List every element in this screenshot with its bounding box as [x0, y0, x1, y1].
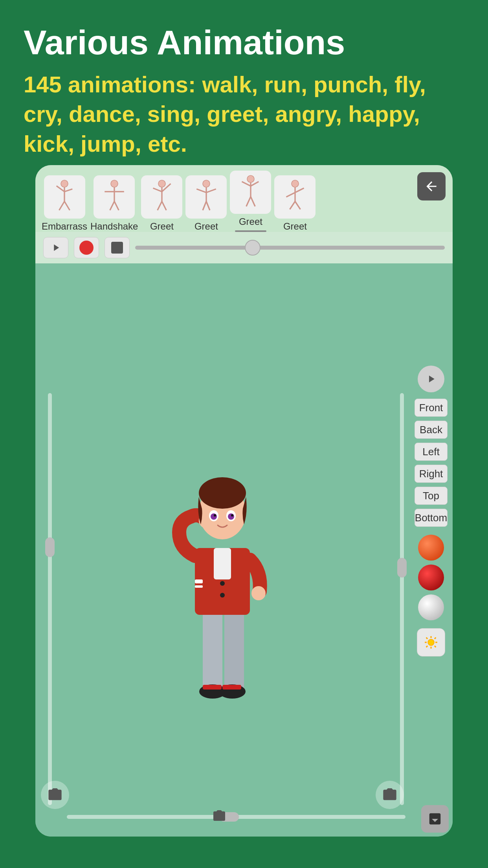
play-button[interactable] [43, 237, 68, 258]
svg-line-11 [114, 201, 119, 210]
light-button[interactable] [417, 628, 445, 657]
svg-line-21 [206, 189, 216, 193]
anim-label-greet2: Greet [194, 221, 218, 232]
left-vertical-slider[interactable] [46, 393, 53, 805]
character-svg [156, 462, 289, 737]
svg-rect-59 [222, 685, 241, 690]
right-slider-thumb[interactable] [397, 558, 407, 577]
svg-point-55 [231, 514, 233, 517]
svg-point-30 [292, 180, 299, 187]
svg-rect-58 [203, 685, 222, 690]
top-view-button[interactable]: Top [415, 487, 448, 505]
anim-label-greet1: Greet [150, 221, 174, 232]
svg-line-68 [426, 646, 427, 647]
svg-line-17 [162, 201, 166, 210]
corner-expand-button[interactable] [421, 805, 449, 833]
anim-thumb-greet4[interactable] [274, 175, 316, 219]
right-slider-track[interactable] [400, 393, 404, 805]
left-slider-thumb[interactable] [45, 537, 55, 557]
bottom-slider-thumb[interactable] [219, 812, 239, 822]
anim-label-greet4: Greet [283, 221, 307, 232]
anim-item-handshake[interactable]: Handshake [90, 175, 138, 232]
anim-thumb-greet1[interactable] [141, 175, 182, 219]
color-ball-orange[interactable] [418, 535, 444, 561]
svg-point-43 [220, 593, 225, 598]
svg-line-33 [295, 188, 304, 193]
anim-thumb-embarrass[interactable] [44, 175, 85, 219]
anim-item-embarrass[interactable]: Embarrass [42, 175, 87, 232]
header-section: Various Animations 145 animations: walk,… [0, 0, 488, 170]
progress-track[interactable] [135, 246, 445, 250]
bottom-slider-track-wrap[interactable] [67, 815, 405, 819]
anim-item-greet3[interactable]: Greet [230, 171, 271, 232]
left-camera-button[interactable] [41, 781, 69, 809]
svg-point-49 [199, 477, 246, 509]
svg-line-23 [206, 201, 210, 210]
left-slider-track[interactable] [48, 393, 52, 805]
svg-point-42 [220, 581, 225, 586]
svg-line-4 [59, 201, 65, 210]
color-ball-red[interactable] [418, 565, 444, 590]
anim-item-greet2[interactable]: Greet [185, 175, 227, 232]
anim-thumb-greet2[interactable] [185, 175, 227, 219]
svg-line-3 [64, 189, 72, 192]
svg-line-35 [295, 201, 301, 209]
svg-rect-37 [224, 607, 244, 693]
page-title: Various Animations [24, 24, 464, 62]
svg-line-67 [435, 638, 436, 639]
svg-line-5 [64, 201, 70, 210]
right-sidebar: Front Back Left Right Top Bottom [409, 362, 453, 660]
svg-line-34 [290, 201, 295, 209]
subtitle-text: 145 animations: walk, run, punch, fly, c… [24, 70, 464, 158]
svg-line-22 [203, 201, 206, 210]
viewport[interactable]: Front Back Left Right Top Bottom [35, 263, 453, 837]
left-view-button[interactable]: Left [415, 443, 448, 461]
anim-selected-indicator [235, 230, 266, 232]
svg-point-0 [61, 180, 68, 187]
svg-line-14 [153, 188, 162, 192]
bottom-slider-area [67, 797, 405, 837]
color-ball-white[interactable] [418, 594, 444, 620]
anim-item-greet1[interactable]: Greet [141, 175, 182, 232]
bottom-view-button[interactable]: Bottom [415, 509, 448, 527]
svg-point-47 [251, 586, 266, 600]
character-area [35, 362, 409, 837]
svg-point-24 [247, 175, 254, 182]
svg-line-66 [435, 646, 436, 647]
svg-line-28 [246, 197, 251, 206]
controls-bar [35, 232, 453, 263]
viewport-play-button[interactable] [418, 366, 444, 392]
svg-line-10 [110, 201, 114, 210]
svg-point-6 [111, 180, 118, 187]
front-view-button[interactable]: Front [415, 399, 448, 417]
anim-label-embarrass: Embarrass [42, 221, 87, 232]
svg-line-32 [286, 193, 295, 197]
svg-rect-44 [195, 579, 203, 583]
stop-square [111, 242, 123, 254]
record-dot [79, 241, 94, 255]
back-view-button[interactable]: Back [415, 421, 448, 439]
svg-rect-39 [214, 548, 231, 579]
app-panel: Embarrass Handshake [35, 165, 453, 837]
svg-line-29 [251, 197, 255, 206]
back-button[interactable] [417, 172, 446, 200]
right-view-button[interactable]: Right [415, 465, 448, 483]
svg-line-16 [158, 201, 162, 210]
svg-point-52 [211, 513, 217, 520]
anim-label-greet3: Greet [239, 216, 262, 227]
stop-button[interactable] [105, 237, 130, 258]
right-vertical-slider[interactable] [398, 393, 405, 805]
svg-point-53 [228, 513, 234, 520]
bottom-slider-track[interactable] [67, 815, 405, 819]
anim-item-greet4[interactable]: Greet [274, 175, 316, 232]
progress-thumb[interactable] [245, 240, 261, 256]
svg-point-12 [158, 180, 165, 187]
anim-label-handshake: Handshake [90, 221, 138, 232]
svg-rect-36 [203, 607, 222, 693]
svg-point-18 [203, 180, 210, 187]
record-button[interactable] [74, 237, 99, 258]
svg-line-65 [426, 638, 427, 639]
anim-thumb-greet3[interactable] [230, 171, 271, 214]
animation-strip: Embarrass Handshake [35, 165, 453, 232]
anim-thumb-handshake[interactable] [94, 175, 135, 219]
